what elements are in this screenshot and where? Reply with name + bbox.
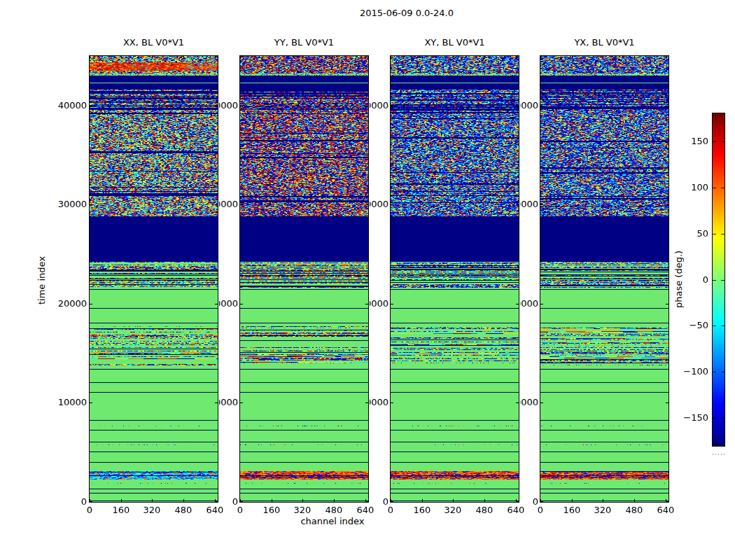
colorbar-tick — [713, 326, 716, 326]
figure-title: 2015-06-09 0.0-24.0 — [232, 8, 582, 18]
y-tick-label: 40000 — [370, 99, 388, 112]
colorbar-tick — [721, 418, 724, 419]
y-tick-label: 10000 — [38, 396, 87, 409]
colorbar-tick-label: 50 — [666, 227, 708, 240]
y-tick-label: 40000 — [219, 99, 238, 112]
colorbar-end-dots — [713, 454, 724, 455]
x-tick-label: 160 — [407, 505, 438, 515]
x-tick-label: 160 — [256, 505, 287, 515]
colorbar-tick — [721, 188, 724, 188]
heatmap-panel — [240, 56, 368, 502]
x-tick-label: 480 — [318, 505, 349, 515]
colorbar-tick-label: 0 — [666, 274, 708, 286]
colorbar-tick — [713, 372, 716, 372]
x-axis-label: channel index — [262, 516, 402, 526]
colorbar-tick — [721, 280, 724, 281]
x-tick-label: 320 — [438, 505, 468, 515]
colorbar-tick-label: −150 — [666, 412, 708, 424]
panel-title: YY, BL V0*V1 — [226, 37, 382, 48]
x-tick-label: 320 — [136, 505, 167, 515]
heatmap-panel — [540, 56, 668, 502]
x-tick-label: 320 — [587, 505, 618, 515]
y-tick-label: 30000 — [520, 198, 538, 211]
y-tick-label: 20000 — [219, 298, 238, 310]
y-tick-label: 0 — [38, 496, 87, 508]
colorbar-tick — [721, 372, 724, 372]
y-tick-label: 40000 — [520, 99, 538, 112]
y-tick-label: 40000 — [38, 99, 87, 112]
colorbar-tick-label: 150 — [666, 135, 708, 148]
y-tick-label: 20000 — [370, 298, 388, 310]
colorbar-tick — [721, 234, 724, 234]
x-tick-label: 320 — [287, 505, 318, 515]
colorbar-tick — [713, 234, 716, 234]
panel-title: XX, BL V0*V1 — [76, 37, 232, 48]
y-tick-label: 0 — [370, 496, 388, 508]
heatmap-panel — [90, 56, 218, 502]
y-tick-label: 20000 — [38, 298, 87, 310]
colorbar-tick-label: 100 — [666, 181, 708, 194]
y-tick-label: 20000 — [520, 298, 538, 310]
y-tick-label: 10000 — [520, 396, 538, 409]
panel-title: YX, BL V0*V1 — [526, 37, 682, 48]
y-tick-label: 10000 — [370, 396, 388, 409]
x-tick-label: 480 — [619, 505, 650, 515]
y-tick-label: 30000 — [219, 198, 238, 211]
colorbar-tick — [721, 326, 724, 326]
figure: 2015-06-09 0.0-24.0 time index channel i… — [0, 0, 735, 560]
y-axis-label: time index — [36, 230, 49, 331]
y-tick-label: 30000 — [370, 198, 388, 211]
heatmap-panel — [391, 56, 519, 502]
colorbar-hatch-top — [713, 114, 724, 119]
colorbar-tick — [713, 280, 716, 281]
x-tick-label: 160 — [556, 505, 587, 515]
x-tick-label: 160 — [106, 505, 136, 515]
colorbar-tick — [713, 141, 716, 142]
panel-title: XY, BL V0*V1 — [377, 37, 533, 48]
colorbar-tick-label: −50 — [666, 319, 708, 332]
y-tick-label: 0 — [219, 496, 238, 508]
colorbar-tick — [713, 188, 716, 188]
colorbar-hatch-bottom — [713, 441, 724, 446]
colorbar-tick-label: −100 — [666, 365, 708, 378]
y-tick-label: 10000 — [219, 396, 238, 409]
colorbar-tick — [721, 141, 724, 142]
y-tick-label: 0 — [520, 496, 538, 508]
x-tick-label: 480 — [168, 505, 199, 515]
x-tick-label: 480 — [469, 505, 500, 515]
y-tick-label: 30000 — [38, 198, 87, 211]
x-tick-label: 640 — [650, 505, 681, 515]
colorbar-tick — [713, 418, 716, 419]
